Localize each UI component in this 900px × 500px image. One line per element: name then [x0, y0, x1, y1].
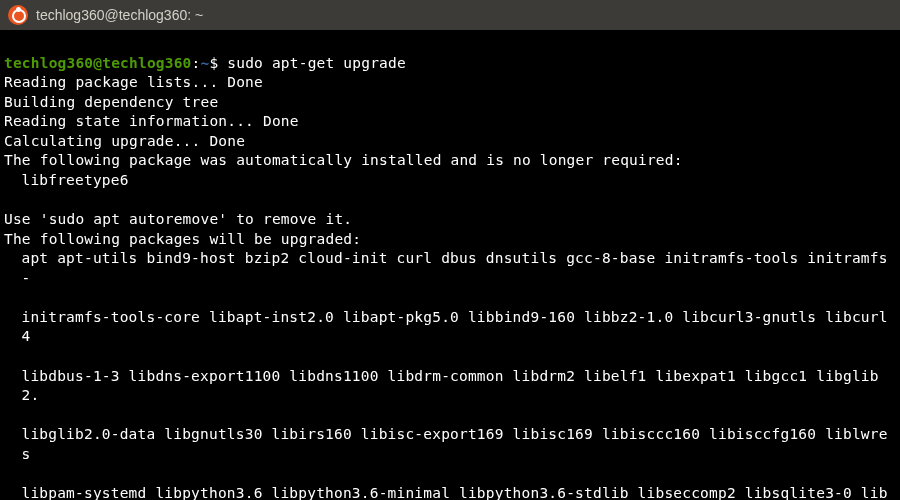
output-line: initramfs-tools-core libapt-inst2.0 liba… — [4, 308, 896, 347]
output-line: The following package was automatically … — [4, 152, 683, 168]
terminal-viewport[interactable]: techlog360@techlog360:~$ sudo apt-get up… — [0, 30, 900, 500]
output-line: Reading package lists... Done — [4, 74, 263, 90]
output-line: apt apt-utils bind9-host bzip2 cloud-ini… — [4, 249, 896, 288]
output-line: Use 'sudo apt autoremove' to remove it. — [4, 211, 352, 227]
output-line: libdbus-1-3 libdns-export1100 libdns1100… — [4, 367, 896, 406]
output-line: Calculating upgrade... Done — [4, 133, 245, 149]
output-line: Building dependency tree — [4, 94, 218, 110]
output-line: libfreetype6 — [4, 171, 896, 191]
prompt-line: techlog360@techlog360:~$ sudo apt-get up… — [4, 55, 406, 71]
prompt-userhost: techlog360@techlog360 — [4, 55, 192, 71]
ubuntu-logo-icon — [8, 5, 28, 25]
command-text: sudo apt-get upgrade — [227, 55, 406, 71]
output-line: Reading state information... Done — [4, 113, 299, 129]
output-line: libpam-systemd libpython3.6 libpython3.6… — [4, 484, 896, 500]
prompt-symbol: $ — [209, 55, 218, 71]
output-line: The following packages will be upgraded: — [4, 231, 361, 247]
window-titlebar: techlog360@techlog360: ~ — [0, 0, 900, 30]
window-title: techlog360@techlog360: ~ — [36, 6, 203, 25]
output-line: libglib2.0-data libgnutls30 libirs160 li… — [4, 425, 896, 464]
